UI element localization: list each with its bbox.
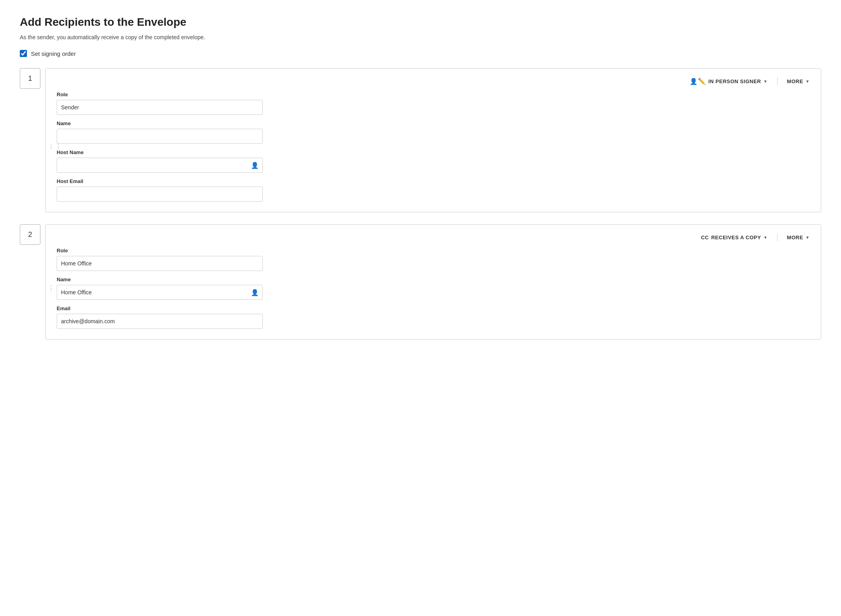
email-label-2: Email	[57, 305, 810, 311]
host-name-input-1[interactable]	[57, 158, 263, 173]
page-title: Add Recipients to the Envelope	[20, 16, 821, 29]
card-inner-1: ⋮⋮ Role Name Host Name 👤 Host Email	[57, 92, 810, 202]
person-icon-2: 👤	[251, 289, 259, 296]
role-input-1[interactable]	[57, 100, 263, 115]
chevron-down-icon-1: ▼	[763, 79, 767, 84]
name-input-2[interactable]	[57, 285, 263, 300]
host-email-input-1[interactable]	[57, 187, 263, 202]
role-label-2: Role	[57, 248, 810, 254]
order-badge-2: 2	[20, 224, 40, 245]
drag-handle-1[interactable]: ⋮⋮	[48, 143, 62, 150]
name-label-2: Name	[57, 277, 810, 282]
role-input-2[interactable]	[57, 256, 263, 271]
chevron-down-icon-2: ▼	[763, 235, 767, 240]
signing-order-row: Set signing order	[20, 50, 821, 57]
recipient-card-2: CC RECEIVES A COPY ▼ MORE ▼ ⋮⋮ Role Name…	[45, 224, 821, 339]
more-button-1[interactable]: MORE ▼	[787, 78, 810, 84]
page-subtitle: As the sender, you automatically receive…	[20, 34, 821, 40]
host-name-label-1: Host Name	[57, 149, 810, 155]
card-top-row-2: CC RECEIVES A COPY ▼ MORE ▼	[57, 233, 810, 241]
in-person-signer-button[interactable]: 👤✏️ IN PERSON SIGNER ▼	[690, 78, 767, 85]
more-button-2[interactable]: MORE ▼	[787, 235, 810, 240]
signing-order-label: Set signing order	[31, 50, 76, 57]
receives-copy-button[interactable]: CC RECEIVES A COPY ▼	[701, 235, 768, 240]
card-top-row-1: 👤✏️ IN PERSON SIGNER ▼ MORE ▼	[57, 77, 810, 85]
more-label-2: MORE	[787, 235, 803, 240]
role-label-1: Role	[57, 92, 810, 97]
name-input-1[interactable]	[57, 129, 263, 144]
in-person-signer-label: IN PERSON SIGNER	[708, 78, 761, 84]
name-label-1: Name	[57, 120, 810, 126]
chevron-down-icon-more-1: ▼	[806, 79, 810, 84]
receives-copy-label: RECEIVES A COPY	[711, 235, 761, 240]
cc-label: CC	[701, 235, 709, 240]
person-icon-1: 👤	[251, 162, 259, 169]
email-input-2[interactable]	[57, 314, 263, 329]
order-badge-1: 1	[20, 68, 40, 89]
in-person-signer-icon: 👤✏️	[690, 78, 706, 85]
more-label-1: MORE	[787, 78, 803, 84]
signing-order-checkbox[interactable]	[20, 50, 27, 57]
host-email-label-1: Host Email	[57, 178, 810, 184]
divider-1	[777, 77, 778, 85]
recipient-card-1: 👤✏️ IN PERSON SIGNER ▼ MORE ▼ ⋮⋮ Role Na…	[45, 68, 821, 212]
card-actions-2: CC RECEIVES A COPY ▼ MORE ▼	[701, 233, 810, 241]
name-wrapper-2: 👤	[57, 285, 263, 300]
card-actions-1: 👤✏️ IN PERSON SIGNER ▼ MORE ▼	[690, 77, 810, 85]
card-inner-2: ⋮⋮ Role Name 👤 Email	[57, 248, 810, 329]
recipient-section-2: 2 CC RECEIVES A COPY ▼ MORE ▼ ⋮⋮ Role	[20, 224, 821, 339]
recipient-section-1: 1 👤✏️ IN PERSON SIGNER ▼ MORE ▼ ⋮⋮ Role	[20, 68, 821, 212]
chevron-down-icon-more-2: ▼	[806, 235, 810, 240]
host-name-wrapper-1: 👤	[57, 158, 263, 173]
divider-2	[777, 233, 778, 241]
